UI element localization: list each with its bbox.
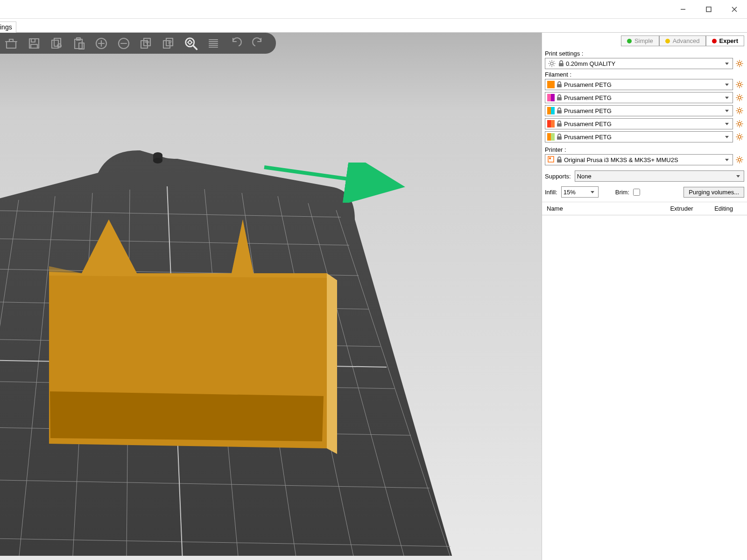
right-panel: Simple Advanced Expert Print settings : … bbox=[542, 33, 747, 560]
build-plate bbox=[0, 33, 518, 556]
svg-line-71 bbox=[741, 65, 742, 66]
svg-marker-64 bbox=[725, 63, 729, 65]
toolbar-remove-icon[interactable] bbox=[113, 33, 134, 54]
toolbar-instances-remove-icon[interactable]: P bbox=[158, 33, 179, 54]
svg-line-83 bbox=[737, 86, 738, 87]
svg-line-72 bbox=[737, 65, 738, 66]
supports-value: None bbox=[577, 173, 592, 180]
filament-select-4[interactable]: Prusament PETG bbox=[545, 118, 733, 129]
filament-label: Filament : bbox=[545, 71, 744, 78]
edit-preset-gear-icon[interactable] bbox=[735, 59, 744, 68]
svg-line-115 bbox=[741, 126, 742, 127]
maximize-button[interactable] bbox=[696, 0, 721, 18]
svg-point-6 bbox=[153, 158, 162, 163]
toolbar-undo-icon[interactable] bbox=[226, 33, 246, 54]
dot-green-icon bbox=[627, 39, 632, 43]
print-settings-select[interactable]: 0.20mm QUALITY bbox=[545, 58, 733, 69]
3d-viewport[interactable]: P bbox=[0, 33, 542, 560]
col-extruder: Extruder bbox=[658, 205, 705, 212]
svg-line-81 bbox=[737, 82, 738, 83]
mode-tab-simple[interactable]: Simple bbox=[621, 35, 659, 46]
chevron-down-icon bbox=[723, 119, 731, 129]
toolbar-layers-icon[interactable] bbox=[203, 33, 224, 54]
chevron-down-icon bbox=[723, 155, 731, 165]
filament-select-2[interactable]: Prusament PETG bbox=[545, 92, 733, 103]
svg-rect-63 bbox=[559, 63, 564, 66]
toolbar-search-icon[interactable] bbox=[181, 33, 201, 54]
object-list: Name Extruder Editing bbox=[542, 202, 747, 560]
svg-line-139 bbox=[741, 162, 742, 163]
printer-select[interactable]: Original Prusa i3 MK3S & MK3S+ MMU2S bbox=[545, 154, 733, 165]
filament-select-1[interactable]: Prusament PETG bbox=[545, 79, 733, 90]
chevron-down-icon bbox=[734, 171, 742, 181]
svg-marker-143 bbox=[591, 191, 594, 193]
edit-preset-gear-icon[interactable] bbox=[735, 119, 744, 128]
svg-line-114 bbox=[737, 121, 738, 122]
mode-tab-label: Expert bbox=[719, 37, 738, 44]
brim-checkbox[interactable] bbox=[633, 189, 640, 196]
svg-marker-142 bbox=[736, 175, 740, 177]
toolbar-save-icon[interactable] bbox=[24, 33, 44, 54]
close-button[interactable] bbox=[721, 0, 747, 18]
svg-marker-108 bbox=[725, 123, 729, 125]
svg-line-126 bbox=[741, 139, 742, 140]
mode-tabs: Simple Advanced Expert bbox=[545, 35, 744, 46]
toolbar-add-icon[interactable] bbox=[91, 33, 112, 54]
svg-rect-85 bbox=[557, 97, 562, 100]
svg-marker-97 bbox=[725, 110, 729, 112]
menu-tab-settings[interactable]: ings bbox=[0, 21, 16, 33]
dot-red-icon bbox=[712, 39, 717, 43]
edit-preset-gear-icon[interactable] bbox=[735, 155, 744, 164]
color-swatch-icon bbox=[547, 120, 555, 128]
svg-point-54 bbox=[550, 62, 553, 65]
svg-rect-131 bbox=[557, 159, 562, 163]
svg-point-76 bbox=[738, 83, 741, 86]
mode-tab-advanced[interactable]: Advanced bbox=[659, 35, 706, 46]
filament-name: Prusament PETG bbox=[564, 107, 612, 114]
svg-rect-107 bbox=[557, 123, 562, 127]
top-toolbar: P bbox=[0, 33, 276, 54]
menubar: ings bbox=[0, 19, 747, 33]
svg-line-61 bbox=[550, 65, 550, 66]
toolbar-instances-add-icon[interactable] bbox=[136, 33, 156, 54]
svg-rect-74 bbox=[557, 84, 562, 87]
edit-preset-gear-icon[interactable] bbox=[735, 132, 744, 142]
infill-label: Infill: bbox=[545, 189, 557, 196]
infill-select[interactable]: 15% bbox=[561, 186, 599, 198]
toolbar-copy-icon[interactable] bbox=[46, 33, 67, 54]
lock-icon bbox=[556, 94, 563, 101]
edit-preset-gear-icon[interactable] bbox=[735, 80, 744, 89]
svg-line-138 bbox=[737, 157, 738, 158]
edit-preset-gear-icon[interactable] bbox=[735, 93, 744, 102]
edit-preset-gear-icon[interactable] bbox=[735, 106, 744, 115]
purging-volumes-button[interactable]: Purging volumes... bbox=[684, 187, 744, 198]
supports-label: Supports: bbox=[545, 173, 571, 180]
printer-label: Printer : bbox=[545, 146, 744, 153]
svg-rect-118 bbox=[557, 136, 562, 140]
svg-line-94 bbox=[737, 99, 738, 100]
filament-select-3[interactable]: Prusament PETG bbox=[545, 105, 733, 116]
svg-marker-132 bbox=[725, 159, 729, 161]
svg-line-92 bbox=[737, 95, 738, 96]
svg-line-125 bbox=[737, 135, 738, 135]
chevron-down-icon bbox=[723, 132, 731, 142]
filament-select-5[interactable]: Prusament PETG bbox=[545, 131, 733, 142]
minimize-button[interactable] bbox=[670, 0, 696, 18]
svg-line-84 bbox=[741, 82, 742, 83]
toolbar-paste-icon[interactable] bbox=[69, 33, 89, 54]
mode-tab-expert[interactable]: Expert bbox=[706, 35, 744, 46]
filament-name: Prusament PETG bbox=[564, 121, 612, 128]
svg-point-98 bbox=[738, 109, 741, 112]
svg-line-60 bbox=[554, 65, 555, 66]
chevron-down-icon bbox=[723, 58, 731, 69]
mode-tab-label: Advanced bbox=[673, 37, 700, 44]
supports-select[interactable]: None bbox=[575, 170, 744, 182]
dot-yellow-icon bbox=[665, 39, 670, 43]
toolbar-redo-icon[interactable] bbox=[248, 33, 268, 54]
svg-line-47 bbox=[193, 45, 197, 49]
toolbar-open-icon[interactable] bbox=[1, 33, 22, 54]
color-swatch-icon bbox=[547, 94, 555, 101]
filament-name: Prusament PETG bbox=[564, 134, 612, 141]
svg-line-59 bbox=[550, 61, 550, 62]
svg-line-106 bbox=[741, 108, 742, 109]
